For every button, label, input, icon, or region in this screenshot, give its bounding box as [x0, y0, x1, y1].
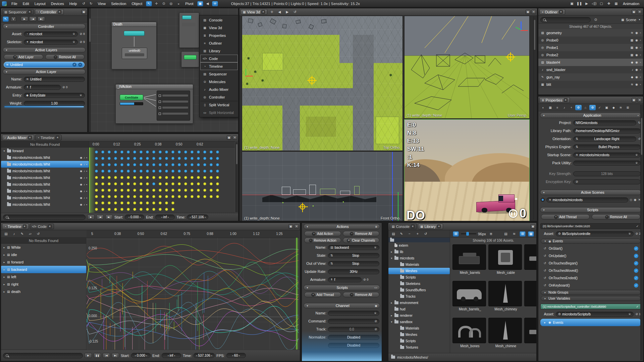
skeleton-field[interactable]: ✦ microbot ✕	[24, 40, 78, 45]
list-tab-icon[interactable]: ≡	[554, 105, 560, 110]
eye-icon[interactable]: ◉	[80, 196, 82, 199]
clear-icon[interactable]: ✕	[374, 311, 377, 315]
clear-icon[interactable]: ✕	[635, 153, 638, 157]
render-toggle-icon[interactable]: ◆	[631, 75, 633, 79]
tab-console[interactable]: ▤ Console ✕	[389, 224, 417, 229]
local-axis-icon[interactable]: ◀	[205, 1, 211, 6]
check-icon[interactable]: ✓	[72, 63, 76, 67]
clip-dot[interactable]	[101, 182, 104, 185]
close-panel-icon[interactable]: ✕	[637, 98, 642, 102]
panel-menu-icon[interactable]: ▣	[82, 10, 86, 14]
library-path-field[interactable]: /home/rom/Desktop/NRGmicr	[573, 128, 641, 133]
panel-menu-icon[interactable]: ▣	[288, 224, 293, 229]
out-of-view-dropdown[interactable]: ⇅Stop	[328, 261, 379, 266]
context-menu-item[interactable]: ▯ Split Vertical	[200, 101, 238, 109]
script-thread-0-header[interactable]: (0) lib/Scripts/controller::0x68c1620 ✓	[540, 223, 641, 229]
clip-dot[interactable]	[165, 157, 168, 160]
clip-dot[interactable]	[216, 189, 219, 192]
context-menu-item[interactable]: ≣ Properties	[200, 32, 238, 39]
animation-row[interactable]: ▸ ▤ right	[1, 281, 86, 288]
clip-dot[interactable]	[114, 170, 117, 173]
context-menu-item[interactable]: </> Code	[200, 55, 238, 62]
node-groups-subheader[interactable]: ▸ Node Groups	[541, 290, 641, 295]
clip-dot[interactable]	[101, 195, 104, 198]
panel-menu-icon[interactable]: ▣	[632, 10, 636, 14]
clip-dot[interactable]	[140, 201, 143, 204]
refresh-icon[interactable]: ↺	[35, 231, 41, 237]
clip-dot[interactable]	[152, 163, 155, 166]
lock-icon[interactable]: ▪	[86, 163, 87, 166]
eye-icon[interactable]: ◉	[80, 183, 82, 186]
event-enabled-icon[interactable]: ✓	[634, 276, 638, 280]
clip-dot[interactable]	[140, 208, 143, 211]
clip-dot[interactable]	[108, 176, 111, 179]
clip-dot[interactable]	[216, 176, 219, 179]
clip-dot[interactable]	[210, 176, 213, 179]
constate-chip[interactable]: ConState	[120, 95, 143, 100]
tab-view3d[interactable]: ▦ View 3d ✕	[240, 9, 267, 15]
time-field[interactable]: ◂537.106▸	[187, 215, 208, 220]
action-list-row[interactable]	[159, 111, 188, 117]
tab-properties[interactable]: ≣ Properties ✕	[539, 97, 570, 103]
clip-dot[interactable]	[178, 157, 181, 160]
visibility-toggle-icon[interactable]: ◉	[635, 68, 638, 71]
library-tree-row[interactable]: Scripts	[388, 274, 450, 281]
sort-icon[interactable]: ▤	[503, 231, 509, 237]
remove-layer-icon[interactable]: −	[78, 63, 82, 67]
lock-icon[interactable]: ▪	[86, 190, 87, 193]
step-back-button[interactable]: |◀	[29, 16, 37, 21]
clip-dot[interactable]	[184, 182, 187, 185]
pose-select-tool-icon[interactable]: ↖	[3, 16, 9, 22]
animation-row[interactable]: ▸ ▤ left	[1, 273, 86, 281]
clip-dot[interactable]	[210, 163, 213, 166]
eye-icon[interactable]: ◉	[80, 203, 82, 206]
weight-slider[interactable]	[4, 106, 84, 107]
scene-label[interactable]: Scene	[626, 18, 636, 22]
clip-dot[interactable]	[184, 195, 187, 198]
speaker-icon[interactable]: ♪	[84, 196, 85, 199]
clip-dot[interactable]	[108, 201, 111, 204]
lock-toggle-icon[interactable]: ▫	[640, 31, 641, 35]
checkbox-icon[interactable]	[159, 113, 161, 115]
collapse-arrow-icon[interactable]: ▾	[3, 149, 6, 153]
clear-icon[interactable]: ✕	[374, 246, 377, 249]
events-subheader[interactable]: ▾ ◉ Events	[541, 239, 641, 244]
tab-sequencer[interactable]: ▤ Sequencer ✕	[2, 9, 34, 15]
audio-track-row[interactable]: microbots/microbots.Whit ◉♪▪	[1, 194, 89, 201]
library-tree-row[interactable]: Skeletons	[388, 281, 450, 287]
clip-dot[interactable]	[152, 170, 155, 173]
clip-dot[interactable]	[127, 157, 130, 160]
select-tool-icon[interactable]: ↖	[146, 1, 152, 6]
clear-icon[interactable]: ✕	[72, 40, 75, 44]
clip-dot[interactable]	[133, 170, 136, 173]
clip-dot[interactable]	[191, 163, 194, 166]
edit-icon[interactable]: ✎	[398, 231, 405, 237]
clip-dot[interactable]	[101, 176, 104, 179]
clip-dot[interactable]	[210, 189, 213, 192]
asset-cell[interactable]: Mesh_	[524, 318, 536, 352]
clip-dot[interactable]	[171, 157, 174, 160]
library-tree-row[interactable]: extern	[388, 242, 450, 249]
clip-dot[interactable]	[184, 150, 187, 154]
clip-dot[interactable]	[171, 201, 174, 204]
clip-dot[interactable]	[171, 195, 174, 198]
clip-dot[interactable]	[203, 170, 206, 173]
clip-dot[interactable]	[178, 170, 181, 173]
edit-icon[interactable]: ✎	[19, 231, 25, 237]
project-field[interactable]: NRGmicrobots	[573, 120, 636, 125]
expand-icon[interactable]: ▣	[375, 304, 377, 307]
clip-dot[interactable]	[120, 157, 123, 160]
move-tool-icon[interactable]: ✛	[153, 1, 159, 6]
checkbox-icon[interactable]	[159, 101, 161, 103]
clip-dot[interactable]	[120, 170, 123, 173]
orientation-dropdown[interactable]: ⇅Landscape Right	[573, 136, 636, 141]
clip-dot[interactable]	[159, 208, 162, 211]
events2-subheader[interactable]: ▸ ◉ Events	[540, 319, 641, 326]
clip-dot[interactable]	[191, 189, 194, 192]
clip-dot[interactable]	[159, 182, 162, 185]
add-icon[interactable]: +	[415, 231, 421, 237]
clip-dot[interactable]	[133, 182, 136, 185]
action-layer-section-header[interactable]: ▼ Action Layer	[3, 69, 86, 74]
clip-dot[interactable]	[191, 182, 194, 185]
clear-icon[interactable]: ✕	[635, 161, 638, 165]
